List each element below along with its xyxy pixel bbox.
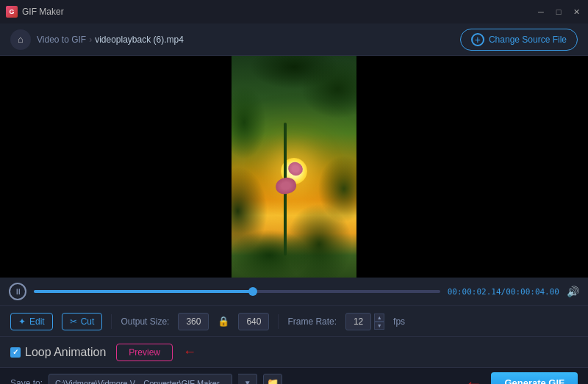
seek-progress: [34, 290, 253, 293]
loop-label: Loop Animation: [25, 346, 106, 359]
cut-button[interactable]: ✂ Cut: [62, 313, 103, 330]
title-bar: G GIF Maker ─ □ ✕: [0, 0, 588, 23]
video-thumbnail: [232, 56, 356, 278]
width-input[interactable]: [178, 313, 209, 330]
cut-label: Cut: [81, 316, 95, 327]
plus-circle-icon: +: [471, 33, 484, 46]
save-to-label: Save to:: [10, 378, 43, 385]
title-bar-controls: ─ □ ✕: [535, 6, 582, 18]
frame-rate-label: Frame Rate:: [287, 316, 337, 327]
edit-icon: ✦: [18, 316, 26, 327]
loop-checkbox[interactable]: ✓: [10, 347, 21, 358]
lock-icon[interactable]: 🔒: [218, 316, 229, 327]
seek-bar[interactable]: [34, 290, 440, 293]
preview-arrow-indicator: ←: [183, 344, 196, 360]
nav-bar: ⌂ Video to GIF › videoplayback (6).mp4 +…: [0, 23, 588, 56]
height-input[interactable]: [238, 313, 269, 330]
fps-up-arrow[interactable]: ▲: [374, 314, 384, 322]
breadcrumb-parent: Video to GIF: [37, 35, 86, 45]
divider2: [278, 314, 279, 329]
fps-down-arrow[interactable]: ▼: [374, 322, 384, 330]
video-area: [0, 56, 588, 278]
fps-unit-label: fps: [393, 316, 405, 327]
divider: [111, 314, 112, 329]
loop-checkbox-container[interactable]: ✓ Loop Animation: [10, 346, 106, 359]
scissors-icon: ✂: [70, 316, 77, 327]
breadcrumb-separator: ›: [89, 35, 92, 45]
title-bar-left: G GIF Maker: [6, 6, 64, 18]
seek-thumb: [248, 287, 257, 296]
maximize-button[interactable]: □: [553, 6, 564, 18]
app-title: GIF Maker: [22, 7, 64, 17]
generate-arrow-indicator: ←: [465, 373, 482, 385]
save-bar: Save to: C:\Vidmore\Vidmore V... Convert…: [0, 367, 588, 384]
fps-spinner: ▲ ▼: [374, 314, 384, 330]
change-source-button[interactable]: + Change Source File: [460, 29, 578, 51]
edit-label: Edit: [29, 316, 45, 327]
save-path-dropdown[interactable]: ▼: [238, 374, 257, 385]
fps-input[interactable]: [345, 313, 371, 330]
fps-group: ▲ ▼: [345, 313, 384, 330]
close-button[interactable]: ✕: [570, 6, 582, 18]
minimize-button[interactable]: ─: [535, 6, 547, 18]
breadcrumb-current: videoplayback (6).mp4: [95, 35, 184, 45]
loop-bar: ✓ Loop Animation Preview ←: [0, 336, 588, 367]
save-path-display[interactable]: C:\Vidmore\Vidmore V... Converter\GIF Ma…: [49, 374, 232, 385]
app-icon: G: [6, 6, 18, 18]
preview-button[interactable]: Preview: [116, 344, 173, 361]
output-size-label: Output Size:: [121, 316, 169, 327]
nav-left: ⌂ Video to GIF › videoplayback (6).mp4: [10, 29, 184, 50]
home-button[interactable]: ⌂: [10, 29, 31, 50]
home-icon: ⌂: [18, 34, 24, 45]
generate-label: Generate GIF: [504, 377, 564, 384]
playback-bar: ⏸ 00:00:02.14/00:00:04.00 🔊: [0, 278, 588, 305]
folder-browse-button[interactable]: 📁: [263, 374, 282, 385]
generate-gif-button[interactable]: Generate GIF: [491, 372, 578, 385]
time-display: 00:00:02.14/00:00:04.00: [448, 287, 559, 297]
pause-button[interactable]: ⏸: [9, 283, 26, 300]
breadcrumb: Video to GIF › videoplayback (6).mp4: [37, 35, 184, 45]
checkmark-icon: ✓: [12, 348, 18, 356]
preview-label: Preview: [129, 347, 160, 358]
change-source-label: Change Source File: [489, 35, 567, 45]
edit-button[interactable]: ✦ Edit: [10, 313, 53, 330]
volume-button[interactable]: 🔊: [567, 286, 579, 297]
edit-bar: ✦ Edit ✂ Cut Output Size: 🔒 Frame Rate: …: [0, 305, 588, 336]
